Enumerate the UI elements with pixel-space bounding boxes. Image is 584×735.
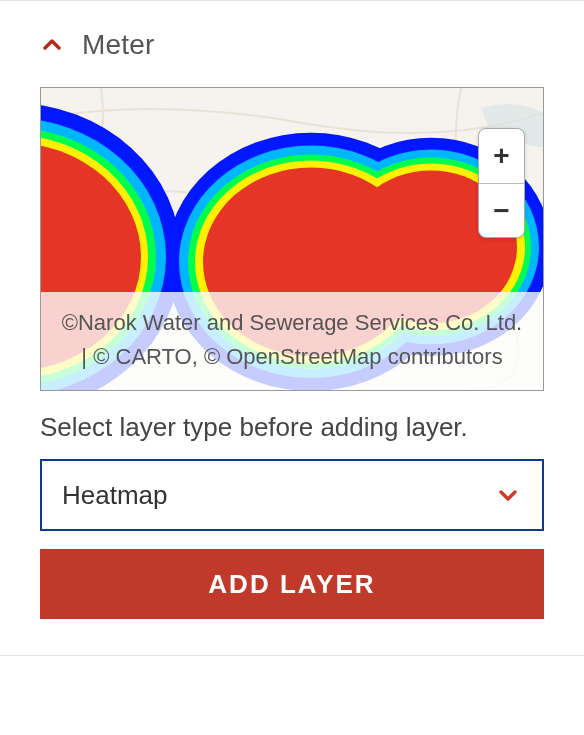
- section-header[interactable]: Meter: [40, 29, 544, 61]
- layer-type-value: Heatmap: [62, 480, 168, 511]
- zoom-out-button[interactable]: −: [479, 183, 524, 237]
- zoom-in-button[interactable]: +: [479, 129, 524, 183]
- map-attribution: ©Narok Water and Sewerage Services Co. L…: [41, 292, 543, 390]
- layer-instruction: Select layer type before adding layer.: [40, 409, 544, 445]
- meter-panel: Meter: [0, 0, 584, 656]
- section-title: Meter: [82, 29, 155, 61]
- zoom-control: + −: [478, 128, 525, 238]
- add-layer-button[interactable]: ADD LAYER: [40, 549, 544, 619]
- chevron-down-icon: [496, 483, 520, 507]
- chevron-up-icon: [40, 33, 64, 57]
- layer-type-select[interactable]: Heatmap: [40, 459, 544, 531]
- map-preview[interactable]: + − ©Narok Water and Sewerage Services C…: [40, 87, 544, 391]
